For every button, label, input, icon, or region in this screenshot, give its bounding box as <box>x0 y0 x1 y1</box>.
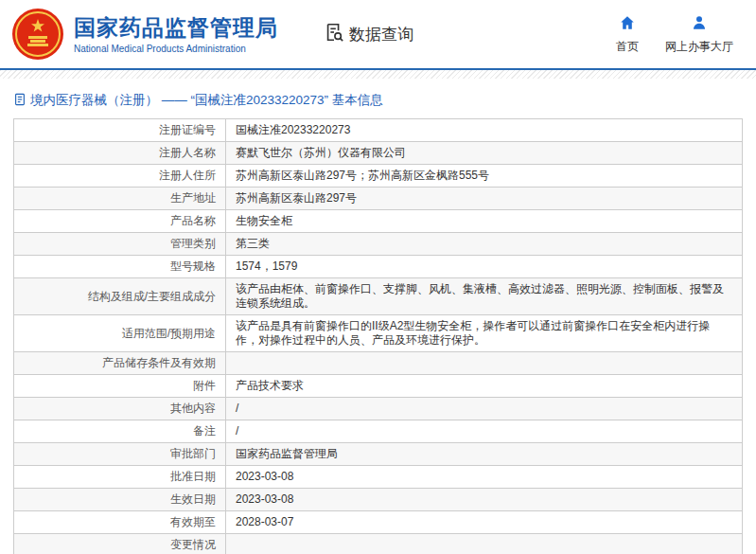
row-label-text: 变更情况 <box>170 538 216 551</box>
row-value: 2023-03-08 <box>226 489 743 511</box>
row-label-text: 附件 <box>193 379 216 392</box>
row-label-text: 注册人住所 <box>159 169 216 182</box>
table-row: 产品名称 生物安全柜 <box>14 210 743 233</box>
row-label: 附件 <box>14 375 226 398</box>
row-value: / <box>226 420 743 443</box>
row-label-text: 结构及组成/主要组成成分 <box>88 290 216 303</box>
row-label-text: 产品名称 <box>170 214 216 227</box>
row-label-text: 管理类别 <box>170 237 216 250</box>
table-row: 型号规格 1574，1579 <box>14 256 743 278</box>
row-label: 注册人名称 <box>14 142 226 165</box>
row-value: 国家药品监督管理局 <box>226 443 743 466</box>
row-label: 产品储存条件及有效期 <box>14 352 226 375</box>
row-value <box>226 534 743 554</box>
table-row: 生产地址 苏州高新区泰山路297号 <box>14 188 743 210</box>
info-table: 注册证编号 国械注准20233220273 注册人名称 赛默飞世尔（苏州）仪器有… <box>13 118 743 554</box>
row-label-text: 批准日期 <box>170 470 216 483</box>
row-value: 2023-03-08 <box>226 466 743 489</box>
site-subtitle: National Medical Products Administration <box>74 44 278 54</box>
nav-service-hall-label: 网上办事大厅 <box>665 39 733 55</box>
row-label-text: 有效期至 <box>170 515 216 528</box>
row-value: 该产品由柜体、前窗操作口、支撑脚、风机、集液槽、高效过滤器、照明光源、控制面板、… <box>226 278 743 315</box>
table-row: 管理类别 第三类 <box>14 233 743 256</box>
table-row: 适用范围/预期用途 该产品是具有前窗操作口的II级A2型生物安全柜，操作者可以通… <box>14 315 743 352</box>
row-label-text: 审批部门 <box>170 447 216 460</box>
table-row: 审批部门 国家药品监督管理局 <box>14 443 743 466</box>
header-nav: 首页 网上办事大厅 <box>616 14 733 55</box>
data-query-section[interactable]: 数据查询 <box>324 22 413 47</box>
row-value: 第三类 <box>226 233 743 256</box>
table-row: 结构及组成/主要组成成分 该产品由柜体、前窗操作口、支撑脚、风机、集液槽、高效过… <box>14 278 743 315</box>
table-row: 注册人名称 赛默飞世尔（苏州）仪器有限公司 <box>14 142 743 165</box>
row-label: 结构及组成/主要组成成分 <box>14 278 226 315</box>
table-row: 注册人住所 苏州高新区泰山路297号；苏州高新区金枫路555号 <box>14 165 743 188</box>
hatch-strip <box>0 70 756 79</box>
row-label-text: 注册人名称 <box>159 146 216 159</box>
table-row: 产品储存条件及有效期 <box>14 352 743 375</box>
site-title-block: 国家药品监督管理局 National Medical Products Admi… <box>74 14 278 54</box>
breadcrumb: 境内医疗器械（注册） —— “国械注准20233220273” 基本信息 <box>13 92 756 109</box>
row-label-text: 型号规格 <box>170 259 216 273</box>
info-table-body: 注册证编号 国械注准20233220273 注册人名称 赛默飞世尔（苏州）仪器有… <box>14 119 743 554</box>
row-value: 苏州高新区泰山路297号 <box>226 188 743 210</box>
site-title: 国家药品监督管理局 <box>74 14 278 41</box>
row-label: 注册证编号 <box>14 119 226 142</box>
home-icon <box>619 14 636 35</box>
nmpa-emblem-logo <box>11 8 64 61</box>
table-row: 附件 产品技术要求 <box>14 375 743 398</box>
table-row: 其他内容 / <box>14 398 743 420</box>
row-value <box>226 352 743 375</box>
nav-home[interactable]: 首页 <box>616 14 639 55</box>
row-value: 国械注准20233220273 <box>226 119 743 142</box>
row-label: 型号规格 <box>14 256 226 278</box>
table-row: 备注 / <box>14 420 743 443</box>
table-row: 变更情况 <box>14 534 743 554</box>
row-label: 生效日期 <box>14 489 226 511</box>
row-label: 备注 <box>14 420 226 443</box>
breadcrumb-text: 境内医疗器械（注册） —— “国械注准20233220273” 基本信息 <box>30 92 383 109</box>
row-value: / <box>226 398 743 420</box>
row-label: 批准日期 <box>14 466 226 489</box>
table-row: 注册证编号 国械注准20233220273 <box>14 119 743 142</box>
row-label-text: 备注 <box>193 424 216 438</box>
row-value: 苏州高新区泰山路297号；苏州高新区金枫路555号 <box>226 165 743 188</box>
row-label-text: 生效日期 <box>170 492 216 506</box>
table-row: 批准日期 2023-03-08 <box>14 466 743 489</box>
table-row: 生效日期 2023-03-08 <box>14 489 743 511</box>
row-value: 产品技术要求 <box>226 375 743 398</box>
data-query-label: 数据查询 <box>349 24 413 45</box>
row-label: 适用范围/预期用途 <box>14 315 226 352</box>
nav-service-hall[interactable]: 网上办事大厅 <box>665 14 733 55</box>
row-label-text: 产品储存条件及有效期 <box>102 356 216 369</box>
row-value: 2028-03-07 <box>226 511 743 534</box>
row-label: 其他内容 <box>14 398 226 420</box>
row-label: 有效期至 <box>14 511 226 534</box>
row-label: 注册人住所 <box>14 165 226 188</box>
row-value: 生物安全柜 <box>226 210 743 233</box>
row-label-text: 适用范围/预期用途 <box>122 327 216 340</box>
nav-home-label: 首页 <box>616 39 639 55</box>
row-label: 生产地址 <box>14 188 226 210</box>
table-row: 有效期至 2028-03-07 <box>14 511 743 534</box>
row-value: 1574，1579 <box>226 256 743 278</box>
row-label: 管理类别 <box>14 233 226 256</box>
header: 国家药品监督管理局 National Medical Products Admi… <box>0 0 756 68</box>
row-label: 变更情况 <box>14 534 226 554</box>
row-label-text: 生产地址 <box>170 191 216 205</box>
row-label-text: 注册证编号 <box>159 123 216 136</box>
data-query-icon <box>324 22 349 47</box>
row-label: 审批部门 <box>14 443 226 466</box>
document-icon <box>13 93 30 109</box>
row-value: 该产品是具有前窗操作口的II级A2型生物安全柜，操作者可以通过前窗操作口在安全柜… <box>226 315 743 352</box>
row-value: 赛默飞世尔（苏州）仪器有限公司 <box>226 142 743 165</box>
person-icon <box>691 14 708 35</box>
row-label: 产品名称 <box>14 210 226 233</box>
row-label-text: 其他内容 <box>170 402 216 415</box>
